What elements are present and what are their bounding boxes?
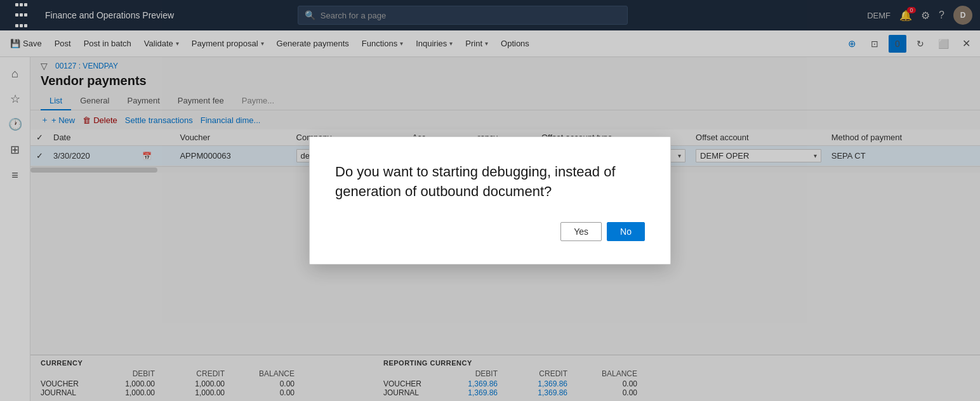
modal-overlay: Do you want to starting debugging, inste…	[0, 0, 980, 401]
yes-button[interactable]: Yes	[560, 222, 602, 241]
modal-dialog: Do you want to starting debugging, inste…	[309, 136, 671, 265]
modal-actions: Yes No	[335, 222, 645, 241]
no-button[interactable]: No	[607, 222, 645, 241]
modal-message: Do you want to starting debugging, inste…	[335, 162, 645, 202]
